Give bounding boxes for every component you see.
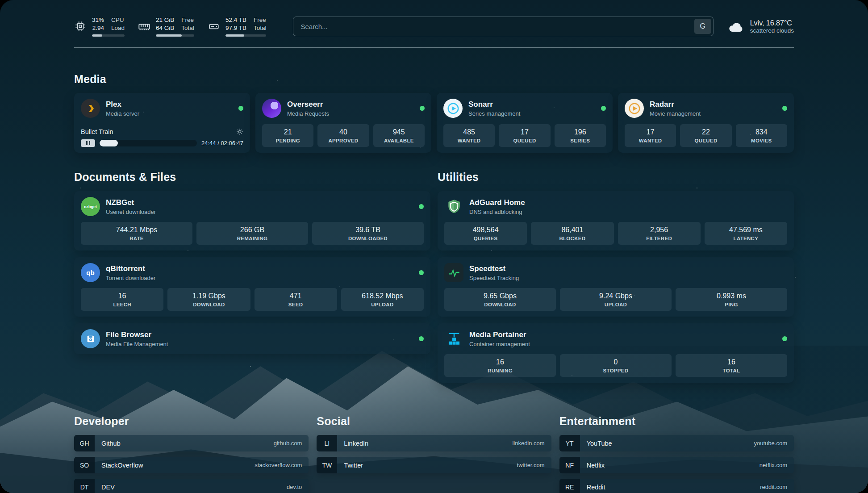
stat-value: 0.993 ms <box>677 292 785 300</box>
card-subtitle: Usenet downloader <box>106 209 156 215</box>
card-subtitle: DNS and adblocking <box>469 209 525 215</box>
speedtest-card[interactable]: Speedtest Speedtest Tracking 9.65 Gbps D… <box>438 257 794 317</box>
stat-value: 618.52 Mbps <box>343 292 422 300</box>
sonarr-card[interactable]: Sonarr Series management 485 WANTED <box>437 93 613 153</box>
overseerr-card[interactable]: Overseerr Media Requests 21 PENDING <box>255 93 431 153</box>
memory-usage-bar <box>156 34 194 37</box>
bookmark-url: twitter.com <box>517 457 551 473</box>
bookmark-name: DEV <box>95 479 287 493</box>
nzbget-card[interactable]: nzbget NZBGet Usenet downloader 744.21 M… <box>74 191 430 251</box>
bookmark-url: dev.to <box>287 479 309 493</box>
developer-group-title: Developer <box>74 415 309 428</box>
playback-time: 24:44 / 02:06:47 <box>201 140 243 146</box>
bookmark-url: linkedin.com <box>512 435 551 451</box>
speedtest-icon <box>444 263 463 282</box>
disk-usage-bar <box>225 34 267 37</box>
stat-label: APPROVED <box>319 138 367 143</box>
stat-value: 86,401 <box>533 226 612 234</box>
qbittorrent-card[interactable]: qb qBittorrent Torrent downloader 16 <box>74 257 430 317</box>
bookmark-abbr: DT <box>74 479 95 493</box>
top-bar: 31% 2.94 CPU Load <box>74 16 794 37</box>
bookmark-stackoverflow[interactable]: SO StackOverflow stackoverflow.com <box>74 457 309 473</box>
bookmark-dev[interactable]: DT DEV dev.to <box>74 479 309 493</box>
stat-tile: 834 MOVIES <box>736 124 787 147</box>
stat-tile: 21 PENDING <box>262 124 313 147</box>
stat-label: PING <box>677 302 785 307</box>
stat-label: REMAINING <box>198 236 306 241</box>
stat-value: 39.6 TB <box>314 226 422 234</box>
card-title: NZBGet <box>106 198 156 207</box>
weather-condition: scattered clouds <box>750 27 794 34</box>
card-title: Media Portainer <box>469 330 530 339</box>
bookmark-url: netflix.com <box>760 457 794 473</box>
filebrowser-card[interactable]: File Browser Media File Management <box>74 323 430 354</box>
bookmark-url: reddit.com <box>760 479 794 493</box>
stat-value: 744.21 Mbps <box>83 226 191 234</box>
bookmark-github[interactable]: GH Github github.com <box>74 435 309 451</box>
stat-value: 834 <box>738 128 785 136</box>
stat-value: 47.569 ms <box>706 226 785 234</box>
bookmark-group-entertainment: Entertainment YT YouTube youtube.com NF … <box>559 415 794 493</box>
bookmark-twitter[interactable]: TW Twitter twitter.com <box>317 457 551 473</box>
card-title: Overseerr <box>287 100 329 109</box>
bookmark-name: StackOverflow <box>95 457 255 473</box>
status-dot <box>420 106 425 111</box>
stat-value: 196 <box>556 128 604 136</box>
stat-label: RUNNING <box>446 368 554 373</box>
section-media: Media Plex Media server <box>74 73 794 153</box>
status-dot <box>782 336 787 341</box>
stat-label: RATE <box>83 236 191 241</box>
bookmark-url: stackoverflow.com <box>255 457 309 473</box>
bookmark-name: Github <box>95 435 274 451</box>
card-title: Sonarr <box>468 100 520 109</box>
status-dot <box>601 106 606 111</box>
cpu-icon <box>74 21 87 32</box>
stat-label: QUEUED <box>501 138 548 143</box>
stat-value: 16 <box>446 358 554 366</box>
dashboard-window: 31% 2.94 CPU Load <box>0 0 868 493</box>
pause-button[interactable] <box>81 139 95 147</box>
search-bar: G <box>293 17 713 36</box>
status-dot <box>419 204 424 209</box>
stat-label: AVAILABLE <box>375 138 423 143</box>
bookmark-netflix[interactable]: NF Netflix netflix.com <box>559 457 794 473</box>
disk-label-bottom: Total <box>254 24 267 32</box>
stat-label: SERIES <box>556 138 604 143</box>
bookmark-abbr: YT <box>559 435 580 451</box>
memory-free-value: 21 GiB <box>156 16 174 24</box>
stat-tile: 17 WANTED <box>625 124 676 147</box>
stat-tile: 40 APPROVED <box>317 124 369 147</box>
bookmark-linkedin[interactable]: LI LinkedIn linkedin.com <box>317 435 551 451</box>
social-group-title: Social <box>317 415 551 428</box>
stat-tile: 266 GB REMAINING <box>196 222 308 245</box>
radarr-card[interactable]: Radarr Movie management 17 WANTED 2 <box>618 93 794 153</box>
plex-card[interactable]: Plex Media server Bullet Train <box>74 93 250 153</box>
stat-tile: 744.21 Mbps RATE <box>81 222 192 245</box>
bookmark-abbr: RE <box>559 479 580 493</box>
bookmark-name: Netflix <box>580 457 760 473</box>
bookmark-name: YouTube <box>580 435 754 451</box>
stat-label: FILTERED <box>620 236 699 241</box>
portainer-card[interactable]: Media Portainer Container management 16 … <box>438 323 794 383</box>
search-input[interactable] <box>293 17 713 36</box>
cpu-load-value: 2.94 <box>92 24 104 32</box>
search-provider-button[interactable]: G <box>694 19 711 34</box>
stat-value: 16 <box>677 358 785 366</box>
stat-tile: 16 RUNNING <box>444 354 556 377</box>
now-playing-settings-gear-icon[interactable] <box>236 128 243 135</box>
stat-tile: 945 AVAILABLE <box>373 124 425 147</box>
stat-label: UPLOAD <box>562 302 670 307</box>
stat-label: BLOCKED <box>533 236 612 241</box>
stat-value: 16 <box>83 292 162 300</box>
portainer-icon <box>444 329 463 348</box>
cpu-usage-bar <box>92 34 125 37</box>
stat-value: 22 <box>682 128 730 136</box>
bookmark-youtube[interactable]: YT YouTube youtube.com <box>559 435 794 451</box>
stat-label: LEECH <box>83 302 162 307</box>
adguard-card[interactable]: AdGuard Home DNS and adblocking 498,564 … <box>438 191 794 251</box>
bookmark-reddit[interactable]: RE Reddit reddit.com <box>559 479 794 493</box>
playback-progress-bar <box>100 140 197 146</box>
stat-label: PENDING <box>264 138 312 143</box>
stat-value: 498,564 <box>446 226 525 234</box>
stat-label: SEED <box>256 302 335 307</box>
